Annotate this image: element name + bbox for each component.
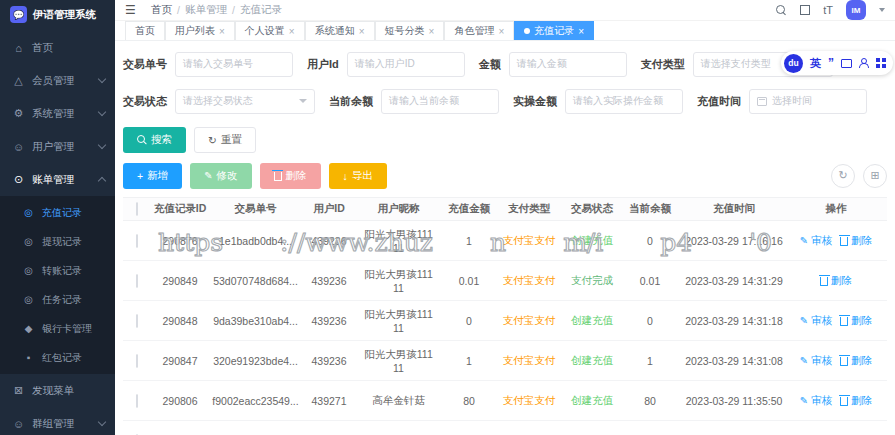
refresh-table-button[interactable]: ↻ (831, 164, 855, 188)
select-all-checkbox[interactable] (136, 202, 138, 216)
sidebar-item-home[interactable]: ⌂ 首页 (0, 31, 115, 64)
edit-button[interactable]: ✎ 修改 (190, 163, 251, 189)
close-icon[interactable]: × (498, 26, 504, 37)
pencil-icon: ✎ (800, 396, 808, 406)
font-size-icon[interactable]: tT (823, 4, 833, 16)
row-checkbox[interactable] (136, 274, 138, 288)
collapse-menu-icon[interactable]: ☰ (125, 3, 139, 17)
tab-bar: 首页 用户列表× 个人设置× 系统通知× 短号分类× 角色管理× 充值记录× (115, 21, 895, 41)
tab-profile-settings[interactable]: 个人设置× (235, 21, 305, 40)
chevron-down-icon (98, 141, 106, 149)
recharge-time-input[interactable]: 选择时间 (749, 89, 867, 114)
row-checkbox[interactable] (136, 234, 138, 248)
trash-icon (274, 172, 282, 181)
sidebar-item-system[interactable]: ⚙ 系统管理 (0, 97, 115, 130)
delete-link[interactable]: 删除 (820, 274, 852, 288)
audit-link[interactable]: ✎审核 (800, 234, 832, 248)
ime-toolbar[interactable]: du 英 ” (781, 51, 893, 75)
op-amount-input[interactable]: 请输入实际操作金额 (565, 89, 683, 114)
table-header: 充值记录ID 交易单号 用户ID 用户昵称 充值金额 支付类型 交易状态 当前余… (123, 197, 887, 221)
status-select[interactable]: 请选择交易状态 (175, 89, 315, 114)
avatar[interactable]: IM (846, 0, 866, 20)
baidu-ime-logo-icon[interactable]: du (784, 54, 803, 73)
sidebar-item-groups[interactable]: ☺ 群组管理 (0, 407, 115, 435)
sidebar-item-users[interactable]: ☺ 用户管理 (0, 130, 115, 163)
tab-short-code-category[interactable]: 短号分类× (375, 21, 445, 40)
tab-home[interactable]: 首页 (125, 21, 165, 40)
row-checkbox[interactable] (136, 394, 138, 408)
close-icon[interactable]: × (359, 26, 365, 37)
chat-logo-icon: 💬 (10, 6, 27, 23)
column-settings-button[interactable]: ⊞ (863, 164, 887, 188)
sidebar-item-transfer-records[interactable]: ◎ 转账记录 (0, 256, 115, 285)
refresh-icon: ↻ (838, 169, 847, 182)
sidebar-item-task-records[interactable]: ◎ 任务记录 (0, 285, 115, 314)
search-button[interactable]: 搜索 (123, 127, 186, 153)
delete-link[interactable]: 删除 (840, 314, 872, 328)
sidebar-item-discover[interactable]: ⊠ 发现菜单 (0, 374, 115, 407)
audit-link[interactable]: ✎审核 (800, 354, 832, 368)
tab-user-list[interactable]: 用户列表× (165, 21, 235, 40)
delete-link[interactable]: 删除 (840, 354, 872, 368)
close-icon[interactable]: × (219, 26, 225, 37)
trash-icon (840, 317, 848, 326)
sidebar-item-recharge-records[interactable]: ◎ 充值记录 (0, 198, 115, 227)
ime-account-icon[interactable] (859, 58, 869, 68)
table-row: 290468 ea0b50f1119649... 439232 傻傻的指甲油 1… (123, 421, 887, 435)
reset-button[interactable]: ↻ 重置 (194, 127, 256, 153)
close-icon[interactable]: × (429, 26, 435, 37)
status-label: 交易状态 (123, 94, 167, 109)
row-checkbox[interactable] (136, 314, 138, 328)
balance-label: 当前余额 (329, 94, 373, 109)
discover-icon: ⊠ (12, 384, 25, 397)
close-icon[interactable]: × (289, 26, 295, 37)
search-icon[interactable] (776, 5, 787, 16)
filter-row-2: 交易状态 请选择交易状态 当前余额 请输入当前余额 实操金额 请输入实际操作金额… (123, 86, 887, 116)
tab-recharge-records[interactable]: 充值记录× (514, 21, 594, 40)
chevron-down-icon[interactable] (879, 8, 885, 12)
row-checkbox[interactable] (136, 354, 138, 368)
audit-link[interactable]: ✎审核 (800, 314, 832, 328)
active-dot-icon (524, 28, 530, 34)
ime-language-toggle[interactable]: 英 (810, 56, 821, 71)
group-icon: ☺ (12, 418, 25, 430)
record-icon: ◎ (22, 236, 35, 247)
table-row: 290806 f9002eacc23549... 439271 高牟金针菇 80… (123, 381, 887, 421)
download-icon: ↓ (343, 170, 348, 182)
order-no-input[interactable]: 请输入交易单号 (175, 52, 293, 77)
sidebar-item-redpacket-records[interactable]: ▪ 红包记录 (0, 343, 115, 372)
sidebar-item-bills[interactable]: ⊙ 账单管理 (0, 163, 115, 196)
sidebar-item-bank-cards[interactable]: ◆ 银行卡管理 (0, 314, 115, 343)
sidebar-item-members[interactable]: △ 会员管理 (0, 64, 115, 97)
chevron-down-icon (98, 418, 106, 426)
ime-keyboard-icon[interactable] (841, 59, 852, 68)
home-icon: ⌂ (12, 42, 25, 54)
recharge-time-label: 充值时间 (697, 94, 741, 109)
fullscreen-icon[interactable] (800, 5, 810, 15)
table-toolbar: + 新增 ✎ 修改 删除 ↓ 导出 ↻ ⊞ (123, 162, 887, 189)
user-id-input[interactable]: 请输入用户ID (347, 52, 465, 77)
tab-role-management[interactable]: 角色管理× (444, 21, 514, 40)
amount-input[interactable]: 请输入金额 (509, 52, 627, 77)
briefcase-icon: ▪ (22, 352, 35, 363)
tab-system-notice[interactable]: 系统通知× (305, 21, 375, 40)
delete-link[interactable]: 删除 (840, 394, 872, 408)
record-icon: ◎ (22, 265, 35, 276)
delete-button[interactable]: 删除 (260, 163, 321, 189)
recharge-table: https://www.zhuznm/ip4'0 充值记录ID 交易单号 用户I… (123, 197, 887, 435)
trash-icon (840, 237, 848, 246)
order-no-label: 交易单号 (123, 57, 167, 72)
delete-link[interactable]: 删除 (840, 234, 872, 248)
close-icon[interactable]: × (578, 26, 584, 37)
trash-icon (840, 397, 848, 406)
shield-icon: ◆ (22, 323, 35, 334)
add-button[interactable]: + 新增 (123, 163, 182, 189)
op-amount-label: 实操金额 (513, 94, 557, 109)
balance-input[interactable]: 请输入当前余额 (381, 89, 499, 114)
ime-menu-grid-icon[interactable] (876, 58, 886, 68)
table-row: 290876 1e1badb0db4... 439236 阳光大男孩111 11… (123, 221, 887, 261)
quote-icon[interactable]: ” (828, 56, 834, 70)
audit-link[interactable]: ✎审核 (800, 394, 832, 408)
sidebar-item-withdraw-records[interactable]: ◎ 提现记录 (0, 227, 115, 256)
export-button[interactable]: ↓ 导出 (329, 163, 387, 189)
